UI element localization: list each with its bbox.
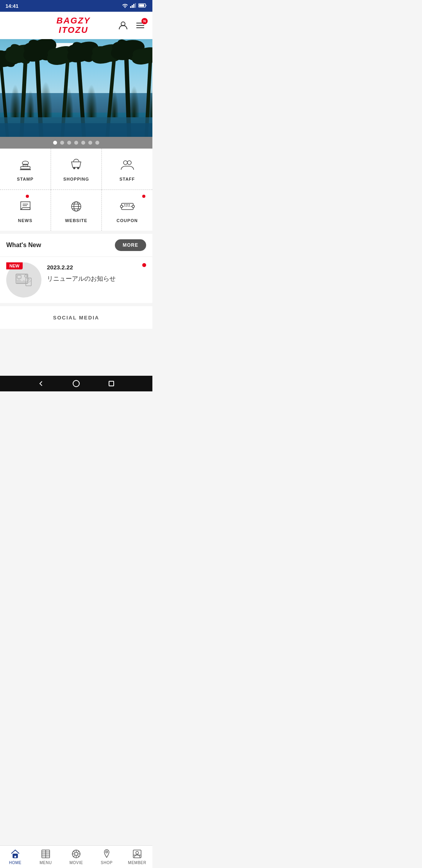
status-icons: [122, 3, 147, 9]
grid-menu: STAMP SHOPPING STAFF: [0, 149, 152, 231]
svg-rect-6: [139, 4, 144, 7]
carousel-dot-3[interactable]: [67, 141, 71, 145]
staff-label: STAFF: [120, 177, 135, 181]
whats-new-section: What's New MORE: [0, 234, 152, 256]
whats-new-title: What's New: [6, 242, 41, 249]
svg-rect-2: [132, 5, 133, 8]
news-unread-dot: [142, 263, 146, 267]
home-hardware-button[interactable]: [72, 379, 80, 388]
carousel-dot-6[interactable]: [88, 141, 92, 145]
more-button[interactable]: MORE: [115, 239, 146, 251]
header: BAGZY ITOZU N: [0, 12, 152, 39]
svg-point-57: [120, 205, 123, 208]
status-time: 14:41: [5, 3, 18, 9]
carousel-dot-2[interactable]: [60, 141, 64, 145]
carousel-dots: [0, 137, 152, 149]
website-label: WEBSITE: [65, 218, 87, 223]
menu-button[interactable]: N: [134, 20, 146, 31]
new-badge: NEW: [6, 262, 23, 269]
social-media-label: SOCIAL MEDIA: [53, 315, 99, 321]
logo-itozu: ITOZU: [57, 25, 91, 35]
svg-rect-41: [0, 123, 152, 137]
staff-menu-item[interactable]: STAFF: [102, 149, 152, 190]
battery-icon: [138, 3, 147, 9]
svg-rect-4: [135, 3, 136, 8]
svg-point-65: [25, 275, 27, 277]
news-notification-dot: [26, 195, 29, 198]
status-bar: 14:41: [0, 0, 152, 12]
recents-button[interactable]: [107, 379, 116, 388]
svg-point-46: [73, 167, 75, 169]
svg-rect-64: [17, 275, 21, 278]
svg-point-0: [125, 7, 126, 8]
profile-button[interactable]: [117, 20, 129, 31]
hero-image: [0, 39, 152, 137]
social-media-section: SOCIAL MEDIA: [0, 306, 152, 329]
svg-point-47: [77, 167, 79, 169]
staff-icon: [119, 156, 136, 174]
back-button[interactable]: [37, 379, 45, 388]
signal-icon: [130, 3, 136, 9]
carousel-dot-4[interactable]: [74, 141, 78, 145]
svg-rect-3: [133, 4, 134, 8]
svg-rect-42: [21, 167, 30, 169]
logo-bagzy: BAGZY: [57, 16, 91, 25]
svg-point-48: [123, 161, 127, 165]
coupon-menu-item[interactable]: COUPON: [102, 190, 152, 231]
stamp-icon: [17, 156, 34, 174]
coupon-notification-dot: [142, 195, 145, 198]
website-menu-item[interactable]: WEBSITE: [51, 190, 102, 231]
menu-badge: N: [141, 18, 148, 24]
news-title: リニューアルのお知らせ: [47, 274, 146, 283]
news-icon: [17, 198, 34, 215]
shopping-menu-item[interactable]: SHOPPING: [51, 149, 102, 190]
carousel-dot-5[interactable]: [81, 141, 85, 145]
svg-point-58: [132, 205, 134, 208]
website-icon: [68, 198, 85, 215]
svg-rect-1: [130, 6, 131, 8]
svg-point-49: [127, 161, 131, 165]
carousel-dot-1[interactable]: [53, 141, 57, 145]
carousel-dot-7[interactable]: [95, 141, 99, 145]
shopping-icon: [68, 156, 85, 174]
news-date: 2023.2.22: [47, 264, 146, 271]
wifi-icon: [122, 3, 128, 9]
news-content: 2023.2.22 リニューアルのお知らせ: [47, 262, 146, 283]
news-card[interactable]: NEW 2023.2.22 リニューアルのお知らせ: [0, 256, 152, 303]
stamp-menu-item[interactable]: STAMP: [0, 149, 51, 190]
shopping-label: SHOPPING: [63, 177, 89, 181]
logo: BAGZY ITOZU: [30, 16, 117, 35]
stamp-label: STAMP: [17, 177, 34, 181]
coupon-label: COUPON: [116, 218, 138, 223]
android-nav-bar: [0, 376, 152, 391]
news-label: NEWS: [18, 218, 32, 223]
coupon-icon: [119, 198, 136, 215]
news-menu-item[interactable]: NEWS: [0, 190, 51, 231]
header-actions: N: [117, 20, 146, 31]
